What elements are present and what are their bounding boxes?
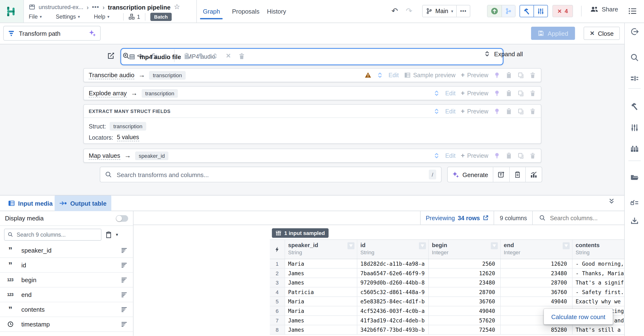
add-text-column-button[interactable]: [493, 167, 509, 182]
transform-search-input[interactable]: [116, 170, 425, 178]
tab-input-media[interactable]: Input media: [3, 196, 58, 211]
branch-more-button[interactable]: •••: [456, 5, 470, 17]
menu-help[interactable]: Help▾: [94, 14, 110, 20]
clipboard-icon[interactable]: [506, 90, 512, 96]
generate-button[interactable]: Generate: [448, 167, 493, 182]
columns-search-input[interactable]: [16, 231, 98, 238]
table-row[interactable]: 8James342b6f67-73bd-493b-b7254085280That…: [270, 325, 624, 334]
exit-panel-button[interactable]: [625, 28, 644, 36]
pipeline-title[interactable]: transcription pipeline: [108, 4, 171, 10]
align-left-icon[interactable]: [121, 321, 127, 327]
collapse-button[interactable]: ✕: [223, 50, 234, 61]
edit-button[interactable]: Edit: [445, 108, 456, 114]
preview-button[interactable]: +Preview: [461, 152, 488, 160]
transform-row-map-values[interactable]: Map values → speaker_id Edit +Preview: [84, 149, 541, 163]
edit-button[interactable]: Edit: [445, 90, 456, 96]
schedule-panel-button[interactable]: [625, 145, 644, 153]
edit-button[interactable]: Edit: [445, 152, 456, 159]
app-list-button[interactable]: [628, 8, 636, 15]
lightbulb-icon[interactable]: [494, 72, 500, 79]
table-row[interactable]: 5Mariae5e83825-84ec-4d1f-b3676049040Exac…: [270, 297, 624, 306]
redo-button[interactable]: ↷: [406, 6, 412, 16]
previewing-rows-button[interactable]: Previewing 34 rows: [420, 211, 494, 225]
field-item-id[interactable]: ” id: [0, 258, 133, 272]
column-header-id[interactable]: idString: [357, 240, 428, 259]
field-item-timestamp[interactable]: timestamp: [0, 317, 133, 332]
input-node-mp4-audio-file[interactable]: mp4 audio file MP4 audio: [120, 48, 504, 65]
build-button[interactable]: [520, 5, 534, 17]
input-sampled-badge[interactable]: 1 input sampled: [272, 228, 329, 238]
statistics-button[interactable]: [525, 167, 542, 182]
column-header-begin[interactable]: beginInteger: [428, 240, 500, 259]
output-column-chip[interactable]: transcription: [149, 71, 186, 79]
transform-name[interactable]: Explode array: [89, 89, 127, 97]
expand-row-icon[interactable]: [433, 90, 440, 96]
calculate-row-count-button[interactable]: Calculate row count: [544, 309, 613, 324]
undo-button[interactable]: ↶: [391, 6, 398, 16]
transform-row-extract-many-struct-fields[interactable]: EXTRACT MANY STRUCT FIELDS Edit +Preview…: [84, 104, 541, 144]
field-item-speaker-id[interactable]: ” speaker_id: [0, 243, 133, 258]
tab-graph[interactable]: Graph: [203, 8, 220, 15]
duplicate-icon[interactable]: [518, 72, 524, 79]
transform-row-transcribe-audio[interactable]: Transcribe audio → transcription Edit Sa…: [84, 68, 541, 82]
transform-name[interactable]: Map values: [89, 152, 120, 160]
field-item-end[interactable]: 123 end: [0, 288, 133, 302]
applied-button[interactable]: Applied: [531, 27, 575, 40]
duplicate-icon[interactable]: [518, 90, 524, 96]
locators-value[interactable]: 5 values: [117, 134, 139, 141]
align-left-icon[interactable]: [121, 277, 127, 282]
trash-icon[interactable]: [529, 90, 536, 96]
table-row[interactable]: 1Maria18d282dc-a11b-4a98-a256012620- Goo…: [270, 259, 624, 268]
expression-button[interactable]: fx: [148, 50, 159, 61]
filter-icon[interactable]: [562, 242, 570, 249]
tab-output-table[interactable]: Output table: [54, 196, 111, 211]
clipboard-icon[interactable]: [506, 108, 512, 114]
column-alignment-button[interactable]: [625, 75, 644, 82]
transform-name[interactable]: Transcribe audio: [89, 71, 134, 79]
menu-file[interactable]: File▾: [29, 14, 42, 20]
suggestions-button[interactable]: [195, 50, 206, 61]
favorite-star-icon[interactable]: ☆: [174, 2, 180, 11]
paste-columns-button[interactable]: [509, 167, 525, 182]
error-count-button[interactable]: ✕ 4: [552, 5, 573, 18]
code-view-button[interactable]: </>: [135, 50, 146, 61]
tab-history[interactable]: History: [267, 8, 286, 15]
align-left-icon[interactable]: [121, 306, 127, 312]
filter-icon[interactable]: [490, 242, 498, 249]
column-header-end[interactable]: endInteger: [500, 240, 572, 259]
field-item-begin[interactable]: 123 begin: [0, 272, 133, 288]
merge-button[interactable]: [502, 5, 515, 17]
chevron-down-icon[interactable]: ▾: [116, 232, 118, 237]
add-transform-button[interactable]: +: [160, 50, 171, 61]
lightbulb-icon[interactable]: [494, 108, 500, 114]
field-item-path[interactable]: ” path: [0, 332, 133, 336]
download-panel-button[interactable]: [625, 217, 644, 225]
branch-selector[interactable]: Main ▾: [422, 5, 456, 17]
delete-path-button[interactable]: [236, 50, 247, 61]
resource-count[interactable]: 1: [129, 13, 140, 20]
build-panel-button[interactable]: [625, 102, 644, 110]
search-path-button[interactable]: [121, 50, 132, 61]
edit-button[interactable]: Edit: [388, 72, 399, 79]
preview-button[interactable]: +Preview: [461, 90, 488, 97]
field-item-contents[interactable]: ” contents: [0, 302, 133, 317]
align-left-icon[interactable]: [121, 292, 127, 298]
expand-row-icon[interactable]: [433, 152, 440, 159]
files-panel-button[interactable]: [625, 174, 644, 181]
clipboard-icon[interactable]: [506, 152, 512, 159]
share-button[interactable]: Share: [590, 6, 618, 13]
tab-proposals[interactable]: Proposals: [232, 8, 260, 15]
clipboard-icon[interactable]: [506, 72, 512, 79]
row-handle-header[interactable]: [270, 240, 284, 259]
trash-icon[interactable]: [529, 152, 536, 159]
output-column-chip[interactable]: transcription: [142, 89, 178, 98]
transform-path-button[interactable]: Transform path: [3, 26, 100, 41]
filter-icon[interactable]: [419, 242, 426, 249]
expand-row-icon[interactable]: [376, 72, 383, 79]
upgrade-button[interactable]: [488, 5, 502, 17]
expand-collapse-button[interactable]: [210, 50, 220, 61]
align-left-icon[interactable]: [121, 262, 127, 268]
search-panel-button[interactable]: [625, 54, 644, 62]
expand-all-button[interactable]: Expand all: [484, 49, 523, 58]
settings-panel-button[interactable]: [625, 124, 644, 132]
